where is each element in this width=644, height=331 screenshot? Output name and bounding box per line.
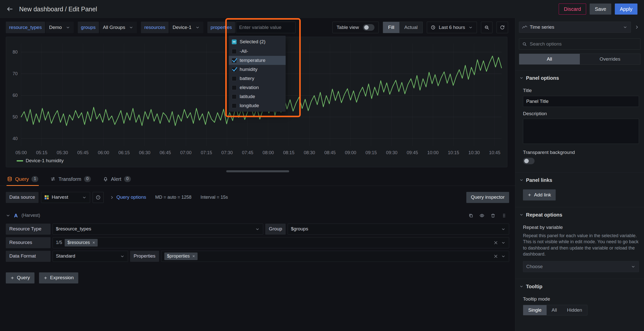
- dropdown-option[interactable]: humidity: [229, 65, 286, 74]
- resource-type-label: Resource Type: [6, 224, 51, 235]
- apply-button[interactable]: Apply: [615, 4, 637, 15]
- query-inspector-button[interactable]: Query inspector: [466, 192, 509, 203]
- variable-value-dropdown[interactable]: Device-1: [169, 22, 203, 33]
- zoom-out-button[interactable]: [481, 22, 493, 33]
- svg-text:10:00: 10:00: [427, 150, 439, 155]
- tab-all[interactable]: All: [519, 54, 580, 64]
- bell-icon: [103, 176, 108, 182]
- checkbox-icon: [232, 58, 237, 63]
- checkbox-icon: [232, 94, 237, 99]
- refresh-button[interactable]: [497, 22, 508, 33]
- time-range-label: Last 6 hours: [439, 24, 465, 31]
- group-select[interactable]: $groups: [288, 224, 509, 235]
- svg-text:10:15: 10:15: [448, 150, 459, 155]
- variable-value-dropdown[interactable]: Demo: [46, 22, 74, 33]
- svg-text:50: 50: [13, 114, 18, 119]
- add-query-button[interactable]: Query: [6, 272, 34, 283]
- panel-options-header[interactable]: Panel options: [515, 70, 644, 84]
- repeat-options-header[interactable]: Repeat options: [515, 207, 644, 221]
- tooltip-mode-all[interactable]: All: [547, 305, 562, 315]
- svg-text:06:45: 06:45: [160, 150, 171, 155]
- time-range-picker[interactable]: Last 6 hours: [427, 22, 477, 33]
- data-format-select[interactable]: Standard: [53, 251, 128, 262]
- tab-alert[interactable]: Alert 0: [102, 176, 131, 186]
- dropdown-option[interactable]: longitude: [229, 101, 286, 110]
- svg-text:05:30: 05:30: [57, 150, 68, 155]
- tab-transform[interactable]: Transform 0: [50, 176, 91, 186]
- checkbox-icon: [232, 103, 237, 108]
- tooltip-mode-single[interactable]: Single: [523, 305, 547, 315]
- dropdown-option[interactable]: -All-: [229, 47, 286, 56]
- remove-chip-icon[interactable]: [192, 255, 195, 258]
- group-label: Group: [265, 224, 286, 235]
- grafana-edit-panel: { "colors": { "blue": "#3d71d9", "blue_t…: [0, 0, 644, 331]
- resources-multiselect[interactable]: 1/5 $resources: [53, 237, 509, 248]
- delete-query-icon[interactable]: [490, 213, 496, 218]
- actual-option[interactable]: Actual: [399, 22, 423, 33]
- tab-alert-label: Alert: [111, 176, 121, 182]
- plus-icon: [10, 276, 14, 280]
- visualization-picker[interactable]: Time series: [519, 22, 631, 33]
- tab-overrides[interactable]: Overrides: [580, 54, 640, 64]
- tooltip-mode-hidden[interactable]: Hidden: [562, 305, 587, 315]
- resource-type-select[interactable]: $resource_types: [53, 224, 263, 235]
- add-link-button[interactable]: Add link: [523, 189, 556, 200]
- collapse-query-icon[interactable]: [6, 213, 10, 218]
- resources-chip-label: $resources: [67, 240, 90, 245]
- data-format-value: Standard: [56, 253, 75, 259]
- repeat-variable-select[interactable]: Choose: [523, 261, 639, 272]
- tooltip-header[interactable]: Tooltip: [515, 279, 644, 292]
- panel-title-input[interactable]: [523, 96, 639, 107]
- hide-query-icon[interactable]: [479, 213, 484, 218]
- variable-label: properties: [207, 22, 235, 33]
- chevron-down-icon: [519, 213, 523, 217]
- variable-value-dropdown[interactable]: All Groups: [100, 22, 137, 33]
- fill-option[interactable]: Fill: [383, 22, 399, 33]
- chart-legend[interactable]: Device-1 humidity: [8, 158, 505, 166]
- drag-handle-icon[interactable]: [502, 213, 507, 218]
- datasource-picker[interactable]: Harvest: [41, 192, 90, 203]
- fill-actual-toggle: Fill Actual: [383, 22, 423, 33]
- dropdown-selected-header[interactable]: Selected (2): [229, 37, 286, 47]
- datasource-help-button[interactable]: ?: [93, 192, 104, 203]
- timeseries-viz-icon: [522, 25, 527, 30]
- transparent-background-toggle[interactable]: [523, 158, 535, 164]
- panel-resize-handle[interactable]: [226, 170, 289, 172]
- page-title: New dashboard / Edit Panel: [19, 5, 97, 13]
- options-search-input[interactable]: [529, 41, 637, 48]
- svg-text:05:45: 05:45: [77, 150, 89, 155]
- dropdown-option[interactable]: elevation: [229, 83, 286, 92]
- tooltip-title: Tooltip: [526, 283, 542, 290]
- clear-selection-icon[interactable]: [493, 254, 498, 259]
- add-expression-label: Expression: [50, 275, 74, 281]
- max-data-points-info: MD = auto = 1258: [155, 194, 192, 200]
- query-editor-area: Data source Harvest ? Query options MD: [0, 186, 515, 283]
- add-expression-button[interactable]: Expression: [39, 272, 78, 283]
- svg-text:09:00: 09:00: [345, 150, 356, 155]
- tab-query[interactable]: Query 1: [7, 176, 39, 186]
- panel-description-input[interactable]: [523, 119, 639, 144]
- table-view-toggle[interactable]: [363, 24, 374, 31]
- variable-value: Device-1: [173, 24, 192, 31]
- panel-links-header[interactable]: Panel links: [515, 173, 644, 186]
- options-filter-tabs: All Overrides: [519, 54, 640, 65]
- section-tooltip: Tooltip Tooltip mode Single All Hidden: [515, 279, 644, 322]
- dropdown-option[interactable]: battery: [229, 74, 286, 83]
- tab-query-label: Query: [15, 176, 29, 182]
- variable-value-input[interactable]: [236, 22, 296, 33]
- svg-text:05:15: 05:15: [36, 150, 47, 155]
- duplicate-query-icon[interactable]: [468, 213, 473, 218]
- dropdown-option[interactable]: latitude: [229, 92, 286, 101]
- caret-down-icon: [195, 25, 200, 30]
- remove-chip-icon[interactable]: [92, 241, 95, 244]
- svg-text:08:15: 08:15: [283, 150, 294, 155]
- discard-button[interactable]: Discard: [559, 4, 586, 15]
- datasource-label: Data source: [6, 192, 39, 203]
- dropdown-option[interactable]: temperature: [229, 56, 286, 65]
- save-button[interactable]: Save: [590, 4, 611, 15]
- collapse-options-pane-button[interactable]: [632, 21, 642, 33]
- clear-selection-icon[interactable]: [493, 240, 498, 245]
- query-options-toggle[interactable]: Query options: [110, 194, 146, 200]
- back-button[interactable]: [5, 5, 14, 14]
- properties-multiselect[interactable]: $properties: [161, 251, 509, 262]
